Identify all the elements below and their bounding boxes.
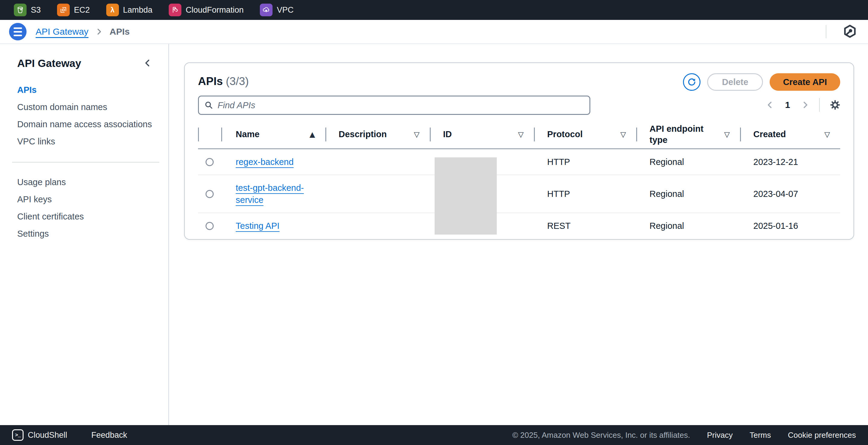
cell-protocol: HTTP bbox=[534, 181, 636, 207]
card-heading: APIs(3/3) bbox=[198, 75, 249, 88]
resource-count: (3/3) bbox=[226, 75, 249, 88]
service-shortcut-vpc[interactable]: VPC bbox=[260, 4, 294, 16]
sidebar-item-usage-plans[interactable]: Usage plans bbox=[17, 174, 156, 191]
table-header-row: Name ▲ Description ▽ ID ▽ Protocol ▽ API… bbox=[198, 120, 840, 149]
sidebar-item-settings[interactable]: Settings bbox=[17, 225, 156, 242]
column-header-protocol[interactable]: Protocol ▽ bbox=[534, 126, 636, 143]
sort-filter-icon[interactable]: ▽ bbox=[518, 130, 524, 139]
service-shortcut-label: CloudFormation bbox=[186, 5, 244, 15]
row-select-radio[interactable] bbox=[206, 222, 214, 230]
footer-bar: >_ CloudShell Feedback © 2025, Amazon We… bbox=[0, 425, 868, 445]
divider bbox=[12, 162, 159, 163]
search-input[interactable] bbox=[218, 100, 584, 110]
cloudformation-icon bbox=[169, 4, 181, 16]
table-row: regex-backend HTTP Regional 2023-12-21 bbox=[198, 149, 840, 175]
service-shortcut-label: EC2 bbox=[74, 5, 90, 15]
cookie-preferences-link[interactable]: Cookie preferences bbox=[788, 431, 856, 440]
sort-ascending-icon[interactable]: ▲ bbox=[310, 130, 315, 139]
cloudshell-terminal-icon: >_ bbox=[12, 429, 24, 441]
breadcrumb-root-link[interactable]: API Gateway bbox=[36, 27, 88, 37]
delete-button[interactable]: Delete bbox=[707, 73, 763, 91]
column-header-id[interactable]: ID ▽ bbox=[430, 126, 534, 143]
cell-endpoint-type: Regional bbox=[636, 213, 740, 238]
table-row: Testing API REST Regional 2025-01-16 bbox=[198, 212, 840, 238]
cloudshell-button[interactable]: >_ CloudShell bbox=[12, 429, 67, 441]
apis-table-card: APIs(3/3) Delete Create API bbox=[184, 62, 854, 240]
api-name-link[interactable]: Testing API bbox=[236, 221, 279, 231]
table-settings-gear-icon[interactable] bbox=[828, 97, 843, 112]
row-select-radio[interactable] bbox=[206, 158, 214, 166]
sidebar-primary-nav: APIs Custom domain names Domain name acc… bbox=[17, 81, 156, 150]
row-select-radio[interactable] bbox=[206, 190, 214, 198]
copyright-text: © 2025, Amazon Web Services, Inc. or its… bbox=[512, 431, 690, 440]
privacy-link[interactable]: Privacy bbox=[707, 431, 733, 440]
service-shortcut-label: Lambda bbox=[123, 5, 153, 15]
amazon-q-icon[interactable] bbox=[841, 23, 859, 41]
sidebar-item-api-keys[interactable]: API keys bbox=[17, 191, 156, 208]
sidebar-title: API Gateway bbox=[17, 57, 81, 69]
column-header-created[interactable]: Created ▽ bbox=[740, 126, 840, 143]
table-row: test-gpt-backend-service HTTP Regional 2… bbox=[198, 175, 840, 212]
cell-description bbox=[326, 187, 430, 201]
next-page-button[interactable] bbox=[798, 99, 812, 111]
divider bbox=[826, 25, 826, 38]
cell-created: 2023-04-07 bbox=[740, 181, 840, 207]
sidebar-item-client-certificates[interactable]: Client certificates bbox=[17, 208, 156, 225]
sidebar-item-custom-domain-names[interactable]: Custom domain names bbox=[17, 99, 156, 116]
terms-link[interactable]: Terms bbox=[750, 431, 771, 440]
main-content: APIs(3/3) Delete Create API bbox=[169, 44, 868, 425]
page-title: APIs bbox=[198, 75, 223, 88]
column-header-description[interactable]: Description ▽ bbox=[326, 126, 430, 143]
create-api-button[interactable]: Create API bbox=[770, 73, 840, 91]
service-shortcut-lambda[interactable]: λ Lambda bbox=[106, 4, 153, 16]
cell-created: 2025-01-16 bbox=[740, 213, 840, 238]
services-shortcut-bar: S3 EC2 λ Lambda CloudFormation bbox=[0, 0, 868, 20]
sidebar: API Gateway APIs Custom domain names Dom… bbox=[0, 44, 169, 425]
refresh-button[interactable] bbox=[683, 73, 701, 91]
breadcrumb-bar: API Gateway APIs bbox=[0, 20, 868, 44]
page-number[interactable]: 1 bbox=[785, 100, 790, 110]
sidebar-collapse-button[interactable] bbox=[143, 59, 152, 68]
s3-bucket-icon bbox=[14, 4, 27, 16]
divider bbox=[819, 98, 820, 112]
search-box bbox=[198, 96, 590, 115]
cell-endpoint-type: Regional bbox=[636, 149, 740, 175]
cloudshell-label: CloudShell bbox=[28, 431, 67, 440]
cell-description bbox=[326, 155, 430, 169]
service-shortcut-s3[interactable]: S3 bbox=[14, 4, 41, 16]
card-actions: Delete Create API bbox=[683, 73, 840, 91]
column-header-name[interactable]: Name ▲ bbox=[221, 126, 326, 143]
apis-table: Name ▲ Description ▽ ID ▽ Protocol ▽ API… bbox=[198, 120, 840, 238]
sort-filter-icon[interactable]: ▽ bbox=[621, 130, 626, 139]
service-shortcut-label: S3 bbox=[31, 5, 41, 15]
footer-legal: © 2025, Amazon Web Services, Inc. or its… bbox=[512, 431, 856, 440]
cell-created: 2023-12-21 bbox=[740, 149, 840, 175]
sidebar-secondary-nav: Usage plans API keys Client certificates… bbox=[17, 174, 156, 242]
cell-endpoint-type: Regional bbox=[636, 181, 740, 207]
sort-filter-icon[interactable]: ▽ bbox=[724, 130, 730, 139]
service-shortcut-cloudformation[interactable]: CloudFormation bbox=[169, 4, 244, 16]
cell-protocol: REST bbox=[534, 213, 636, 238]
lambda-icon: λ bbox=[106, 4, 119, 16]
sort-filter-icon[interactable]: ▽ bbox=[414, 130, 420, 139]
sort-filter-icon[interactable]: ▽ bbox=[825, 130, 830, 139]
column-header-api-endpoint-type[interactable]: API endpoint type ▽ bbox=[636, 120, 740, 148]
search-icon bbox=[204, 101, 213, 110]
feedback-link[interactable]: Feedback bbox=[91, 431, 127, 440]
previous-page-button[interactable] bbox=[763, 99, 777, 111]
service-shortcut-ec2[interactable]: EC2 bbox=[57, 4, 90, 16]
api-name-link[interactable]: test-gpt-backend-service bbox=[236, 183, 304, 205]
api-name-link[interactable]: regex-backend bbox=[236, 157, 294, 167]
chevron-right-icon bbox=[95, 28, 103, 36]
ec2-chip-icon bbox=[57, 4, 70, 16]
sidebar-item-apis[interactable]: APIs bbox=[17, 81, 156, 99]
sidebar-item-vpc-links[interactable]: VPC links bbox=[17, 133, 156, 150]
cell-description bbox=[326, 219, 430, 233]
vpc-cloud-icon bbox=[260, 4, 273, 16]
hamburger-menu-button[interactable] bbox=[9, 23, 27, 40]
cell-protocol: HTTP bbox=[534, 149, 636, 175]
pagination: 1 bbox=[763, 97, 843, 112]
breadcrumb-current: APIs bbox=[110, 27, 130, 37]
sidebar-item-domain-name-access-associations[interactable]: Domain name access associations bbox=[17, 116, 156, 133]
service-shortcut-label: VPC bbox=[277, 5, 294, 15]
